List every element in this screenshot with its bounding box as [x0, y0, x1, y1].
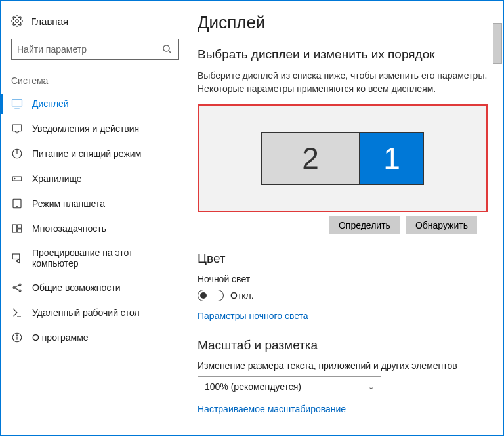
- svg-line-2: [169, 51, 171, 53]
- nightlight-settings-link[interactable]: Параметры ночного света: [198, 311, 488, 321]
- sidebar-item-label: Общие возможности: [32, 282, 121, 293]
- multitasking-icon: [11, 223, 23, 234]
- nightlight-label: Ночной свет: [198, 274, 488, 284]
- tablet-icon: [11, 198, 23, 209]
- sidebar-item-about[interactable]: О программе: [1, 325, 190, 350]
- chevron-down-icon: ⌄: [368, 383, 374, 391]
- svg-point-9: [14, 178, 16, 179]
- storage-icon: [11, 173, 23, 185]
- section-label: Система: [1, 76, 190, 91]
- power-icon: [11, 148, 23, 160]
- sidebar-item-label: Уведомления и действия: [32, 123, 139, 134]
- color-heading: Цвет: [198, 251, 488, 266]
- sidebar-item-label: Питание и спящий режим: [32, 148, 141, 159]
- sidebar-item-multitasking[interactable]: Многозадачность: [1, 216, 190, 241]
- sidebar-item-label: Многозадачность: [32, 223, 106, 234]
- detect-button[interactable]: Обнаружить: [406, 216, 477, 234]
- search-input[interactable]: Найти параметр: [11, 39, 179, 60]
- svg-rect-12: [12, 225, 16, 232]
- sidebar-item-notifications[interactable]: Уведомления и действия: [1, 116, 190, 141]
- shared-icon: [11, 282, 23, 294]
- search-placeholder: Найти параметр: [17, 44, 87, 54]
- sidebar-item-label: О программе: [32, 332, 89, 343]
- display-icon: [11, 98, 23, 110]
- sidebar-item-label: Удаленный рабочий стол: [32, 307, 140, 318]
- svg-point-18: [19, 290, 21, 292]
- gear-icon: [11, 15, 23, 27]
- projecting-icon: [11, 252, 23, 264]
- arrange-heading: Выбрать дисплеи и изменить их порядок: [198, 47, 488, 62]
- sidebar-item-label: Дисплей: [32, 98, 69, 109]
- home-label: Главная: [31, 16, 68, 27]
- identify-button[interactable]: Определить: [329, 216, 400, 234]
- svg-rect-13: [18, 225, 22, 228]
- scale-select[interactable]: 100% (рекомендуется) ⌄: [198, 376, 381, 397]
- svg-point-1: [163, 45, 169, 51]
- search-icon: [161, 43, 173, 55]
- svg-rect-3: [12, 100, 22, 106]
- info-icon: [11, 332, 23, 343]
- main-content: Дисплей Выбрать дисплеи и изменить их по…: [190, 1, 503, 435]
- custom-scaling-link[interactable]: Настраиваемое масштабирование: [198, 404, 488, 414]
- svg-point-0: [16, 20, 19, 23]
- page-title: Дисплей: [198, 12, 488, 33]
- sidebar-item-label: Хранилище: [32, 173, 82, 184]
- svg-line-19: [15, 285, 19, 287]
- toggle-state-text: Откл.: [230, 290, 254, 301]
- sidebar-item-shared[interactable]: Общие возможности: [1, 275, 190, 300]
- remote-icon: [11, 307, 23, 318]
- sidebar-item-storage[interactable]: Хранилище: [1, 166, 190, 191]
- sidebar-item-label: Проецирование на этот компьютер: [32, 248, 179, 269]
- sidebar-item-remote[interactable]: Удаленный рабочий стол: [1, 300, 190, 325]
- monitor-1[interactable]: 1: [360, 132, 424, 185]
- monitor-2[interactable]: 2: [261, 132, 360, 185]
- svg-point-16: [13, 287, 15, 289]
- scrollbar-thumb[interactable]: [493, 23, 502, 64]
- home-link[interactable]: Главная: [1, 15, 190, 39]
- notification-icon: [11, 123, 23, 135]
- sidebar-item-projecting[interactable]: Проецирование на этот компьютер: [1, 241, 190, 275]
- svg-rect-5: [12, 125, 22, 131]
- nightlight-toggle[interactable]: [198, 290, 224, 301]
- sidebar: Главная Найти параметр Система Дисплей У…: [1, 1, 190, 435]
- svg-line-20: [15, 288, 19, 290]
- sidebar-item-label: Режим планшета: [32, 198, 105, 209]
- svg-point-17: [19, 284, 21, 286]
- scale-value: 100% (рекомендуется): [205, 381, 301, 392]
- resize-label: Изменение размера текста, приложений и д…: [198, 360, 488, 371]
- sidebar-item-power[interactable]: Питание и спящий режим: [1, 141, 190, 166]
- sidebar-item-tablet[interactable]: Режим планшета: [1, 191, 190, 216]
- arrange-desc: Выберите дисплей из списка ниже, чтобы и…: [198, 70, 488, 95]
- display-arrangement-area[interactable]: 2 1: [198, 104, 488, 212]
- svg-point-24: [17, 335, 18, 336]
- scale-heading: Масштаб и разметка: [198, 338, 488, 353]
- svg-rect-14: [18, 229, 22, 232]
- sidebar-item-display[interactable]: Дисплей: [1, 91, 190, 116]
- svg-rect-15: [12, 254, 20, 259]
